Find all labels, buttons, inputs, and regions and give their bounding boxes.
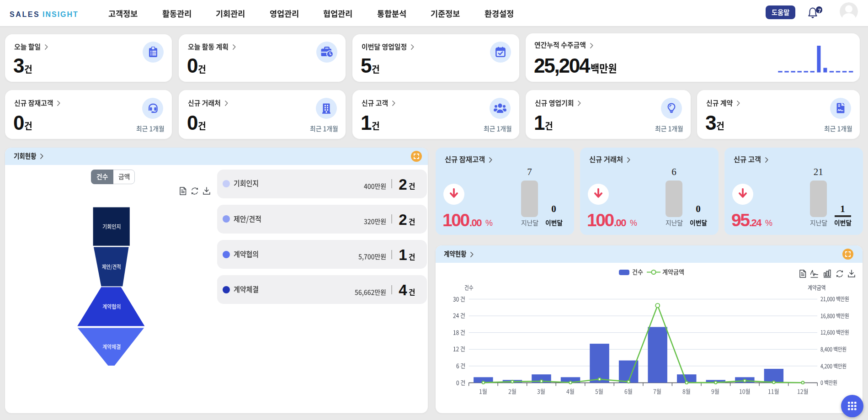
svg-text:0: 0 [187,112,197,134]
svg-text:21: 21 [814,166,823,177]
svg-text:3: 3 [705,112,716,134]
svg-text:SALES: SALES [10,11,40,18]
svg-text:0: 0 [696,203,701,214]
svg-text:0: 0 [552,203,557,214]
svg-text:6: 6 [671,166,676,177]
svg-text:.00: .00 [469,217,482,229]
svg-text:.24: .24 [749,217,762,229]
svg-text:7: 7 [527,166,532,177]
svg-text:2: 2 [399,176,407,193]
svg-text:5: 5 [361,54,372,77]
svg-text:0: 0 [13,112,24,134]
svg-text:0: 0 [187,54,197,77]
svg-text:1: 1 [534,112,545,134]
svg-text:1: 1 [361,112,372,134]
svg-text:%: % [630,218,637,228]
svg-text:%: % [485,218,493,228]
svg-text:1: 1 [841,203,846,214]
svg-text:%: % [765,218,772,228]
svg-text:.00: .00 [614,217,626,229]
svg-text:INSIGHT: INSIGHT [43,11,79,18]
svg-text:4: 4 [399,282,407,298]
svg-text:100: 100 [442,210,469,230]
svg-text:3: 3 [13,54,24,77]
svg-text:25,204: 25,204 [534,54,591,77]
svg-text:2: 2 [399,211,407,228]
svg-text:100: 100 [587,210,614,230]
svg-text:95: 95 [731,210,750,230]
svg-text:1: 1 [399,246,407,263]
